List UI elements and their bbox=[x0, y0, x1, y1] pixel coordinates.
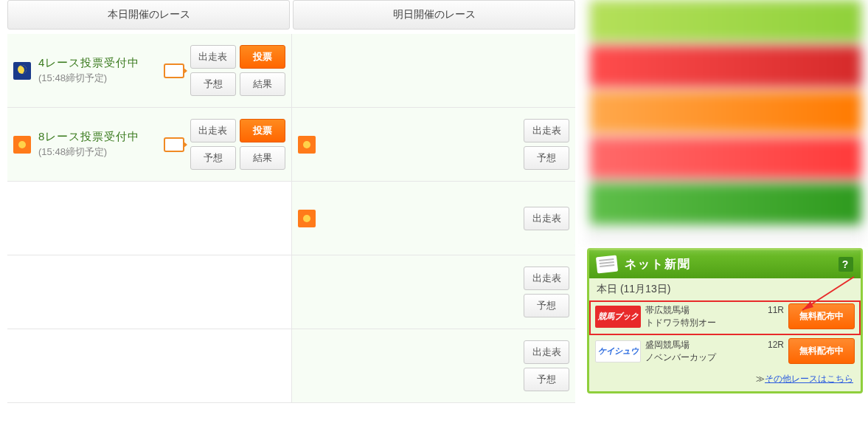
vote-button[interactable]: 投票 bbox=[240, 119, 285, 142]
news-track: 盛岡競馬場 bbox=[645, 339, 690, 351]
free-distribution-button[interactable]: 無料配布中 bbox=[788, 338, 855, 364]
today-race-row: 8レース投票受付中(15:48締切予定)出走表投票予想結果 bbox=[7, 108, 291, 182]
today-race-row: 4レース投票受付中(15:48締切予定)出走表投票予想結果 bbox=[7, 34, 291, 108]
entry-button[interactable]: 出走表 bbox=[190, 45, 236, 69]
race-title: 4レース投票受付中 bbox=[38, 56, 158, 70]
news-race-name: トドワラ特別オー bbox=[645, 317, 784, 329]
entry-button[interactable]: 出走表 bbox=[524, 119, 569, 142]
entry-button[interactable]: 出走表 bbox=[524, 207, 569, 230]
race-title: 8レース投票受付中 bbox=[38, 130, 158, 144]
tomorrow-race-row: 出走表予想 bbox=[292, 108, 576, 182]
ad-banners-blurred bbox=[587, 0, 864, 244]
tomorrow-race-row bbox=[292, 34, 576, 108]
vote-button[interactable]: 投票 bbox=[240, 45, 285, 69]
camera-icon[interactable] bbox=[164, 137, 184, 152]
entry-button[interactable]: 出走表 bbox=[524, 340, 569, 364]
result-button[interactable]: 結果 bbox=[240, 72, 285, 96]
news-race-number: 12R bbox=[768, 339, 784, 351]
news-track: 帯広競馬場 bbox=[645, 304, 690, 317]
help-icon[interactable]: ? bbox=[839, 257, 853, 272]
sun-icon bbox=[298, 136, 316, 154]
camera-icon[interactable] bbox=[164, 63, 184, 78]
news-source-logo: ケイシュウ bbox=[595, 340, 641, 362]
more-races-link[interactable]: その他レースはこちら bbox=[765, 374, 853, 384]
news-source-logo: 競馬ブック bbox=[595, 306, 641, 328]
predict-button[interactable]: 予想 bbox=[190, 146, 236, 170]
news-item: 競馬ブック帯広競馬場11Rトドワラ特別オー無料配布中 bbox=[589, 300, 861, 335]
sun-icon bbox=[13, 136, 31, 154]
predict-button[interactable]: 予想 bbox=[524, 146, 569, 170]
tomorrow-race-row: 出走表予想 bbox=[292, 329, 576, 403]
free-distribution-button[interactable]: 無料配布中 bbox=[788, 303, 855, 329]
predict-button[interactable]: 予想 bbox=[524, 368, 569, 391]
tomorrow-race-row: 出走表 bbox=[292, 182, 576, 255]
news-date: 本日 (11月13日) bbox=[589, 278, 861, 300]
sun-icon bbox=[298, 210, 316, 227]
newspaper-icon bbox=[596, 255, 618, 274]
news-race-name: ノベンバーカップ bbox=[645, 351, 784, 364]
tab-tomorrow[interactable]: 明日開催のレース bbox=[293, 0, 575, 30]
moon-icon bbox=[13, 62, 31, 80]
tomorrow-race-row: 出走表予想 bbox=[292, 255, 576, 329]
predict-button[interactable]: 予想 bbox=[190, 72, 236, 96]
news-item: ケイシュウ盛岡競馬場12Rノベンバーカップ無料配布中 bbox=[589, 335, 861, 370]
predict-button[interactable]: 予想 bbox=[524, 294, 569, 317]
news-race-number: 11R bbox=[768, 304, 784, 317]
result-button[interactable]: 結果 bbox=[240, 146, 285, 170]
race-deadline: (15:48締切予定) bbox=[38, 72, 158, 85]
entry-button[interactable]: 出走表 bbox=[190, 119, 236, 142]
news-header-title: ネット新聞 bbox=[625, 257, 691, 272]
tab-today[interactable]: 本日開催のレース bbox=[7, 0, 290, 30]
net-newspaper-panel: ネット新聞 ? 本日 (11月13日) 競馬ブック帯広競馬場11Rトドワラ特別オ… bbox=[587, 248, 863, 393]
race-deadline: (15:48締切予定) bbox=[38, 145, 158, 159]
entry-button[interactable]: 出走表 bbox=[524, 267, 569, 290]
